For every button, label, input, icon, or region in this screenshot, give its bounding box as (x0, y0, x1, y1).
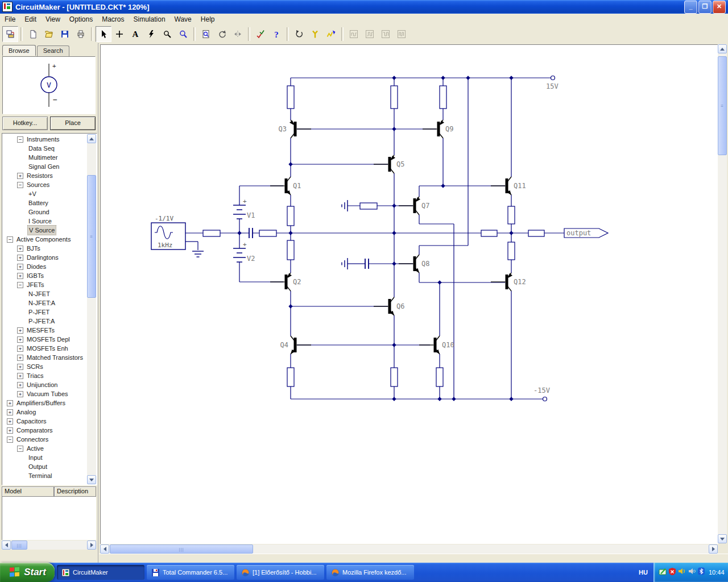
probe-tool-button[interactable] (159, 26, 175, 42)
transistor-label[interactable]: Q5 (396, 160, 404, 168)
transistor-label[interactable]: Q2 (293, 278, 301, 286)
menu-file[interactable]: File (0, 14, 20, 24)
expand-icon[interactable]: + (17, 173, 23, 179)
tree-item-vacuum-tubes[interactable]: +Vacuum Tubes (3, 389, 87, 398)
expand-icon[interactable]: + (7, 409, 13, 415)
expand-icon[interactable]: + (17, 373, 23, 379)
tree-item-analog[interactable]: +Analog (3, 408, 87, 417)
tablet-pen-icon[interactable] (659, 567, 667, 577)
model-scrollbar[interactable]: ||| (2, 541, 96, 550)
transistor-Q3[interactable]: Q3 (279, 120, 311, 138)
menu-view[interactable]: View (41, 14, 65, 24)
options-wrench-button[interactable] (307, 26, 323, 42)
component-browser-button[interactable] (2, 26, 18, 42)
tree-item-connectors[interactable]: −Connectors (3, 435, 87, 444)
transistor-Q7[interactable]: Q7 (399, 197, 429, 215)
transistor-label[interactable]: Q12 (514, 278, 526, 286)
tree-scroll-thumb[interactable]: ≡ (87, 175, 96, 298)
resistor[interactable] (287, 240, 294, 260)
delete-tool-button[interactable] (143, 26, 159, 42)
minimize-button[interactable]: _ (684, 1, 697, 14)
tree-item-capacitors[interactable]: +Capacitors (3, 417, 87, 426)
audio-device-icon[interactable] (688, 567, 696, 577)
model-scroll-left[interactable] (2, 541, 11, 550)
tree-item-scrs[interactable]: +SCRs (3, 362, 87, 371)
transistor-label[interactable]: Q3 (279, 125, 287, 133)
tree-item-mosfets-enh[interactable]: +MOSFETs Enh (3, 344, 87, 353)
tree-item-triacs[interactable]: +Triacs (3, 371, 87, 380)
tree-item-unijunction[interactable]: +Unijunction (3, 380, 87, 389)
tree-item-signal-gen[interactable]: Signal Gen (3, 162, 87, 171)
canvas-vscroll-thumb[interactable]: ≡ (718, 56, 727, 155)
tree-scroll-down[interactable] (87, 475, 96, 484)
tree-item-bjts[interactable]: +BJTs (3, 244, 87, 253)
expand-icon[interactable]: + (17, 327, 23, 334)
tree-item-i-source[interactable]: I Source (3, 217, 87, 226)
menu-options[interactable]: Options (65, 14, 97, 24)
tree-scroll-up[interactable] (87, 134, 96, 143)
tree-item-active-components[interactable]: −Active Components (3, 235, 87, 244)
tab-search[interactable]: Search (37, 45, 69, 56)
collapse-icon[interactable]: − (17, 446, 23, 452)
collapse-icon[interactable]: − (7, 236, 13, 243)
terminal-pin[interactable] (543, 397, 547, 401)
expand-icon[interactable]: + (17, 246, 23, 252)
model-scroll-thumb[interactable]: ||| (11, 541, 27, 550)
tree-item-resistors[interactable]: +Resistors (3, 171, 87, 180)
tree-item-input[interactable]: Input (3, 453, 87, 462)
zoom-page-button[interactable] (198, 26, 214, 42)
tab-browse[interactable]: Browse (2, 45, 36, 56)
expand-icon[interactable]: + (17, 273, 23, 279)
transistor-Q5[interactable]: Q5 (374, 155, 404, 173)
tree-item-mosfets-depl[interactable]: +MOSFETs Depl (3, 335, 87, 344)
transistor-label[interactable]: Q4 (280, 341, 288, 349)
canvas-vscrollbar[interactable]: ≡ (718, 44, 727, 543)
model-scroll-right[interactable] (87, 541, 96, 550)
tree-item-mesfets[interactable]: +MESFETs (3, 326, 87, 335)
resistor[interactable] (436, 368, 443, 386)
taskbar-button-total-commander-6-5-[interactable]: Total Commander 6.5... (147, 565, 234, 580)
expand-icon[interactable]: + (7, 427, 13, 434)
transistor-Q10[interactable]: Q10 (419, 336, 454, 354)
transistor-Q11[interactable]: Q11 (491, 177, 526, 195)
transistor-label[interactable]: Q10 (442, 341, 454, 349)
tree-item-sources[interactable]: −Sources (3, 180, 87, 189)
close-button[interactable]: ✕ (713, 1, 726, 14)
net-label[interactable]: -15V (533, 386, 550, 394)
transistor-Q2[interactable]: Q2 (270, 273, 301, 291)
resistor[interactable] (287, 86, 294, 109)
resistor[interactable] (259, 230, 276, 236)
taskbar-button-circuitmaker[interactable]: CircuitMaker (57, 565, 144, 580)
tree-item-amplifiers-buffers[interactable]: +Amplifiers/Buffers (3, 398, 87, 408)
transistor-Q6[interactable]: Q6 (374, 297, 404, 315)
transistor-label[interactable]: Q11 (514, 182, 526, 190)
transistor-label[interactable]: Q8 (421, 260, 429, 268)
resistor[interactable] (287, 368, 294, 386)
help-button[interactable]: ? (268, 26, 284, 42)
cursor-tool-button[interactable] (96, 26, 111, 42)
tree-item-battery[interactable]: Battery (3, 198, 87, 207)
text-tool-button[interactable]: A (127, 26, 143, 42)
resistor[interactable] (508, 242, 515, 260)
expand-icon[interactable]: + (7, 418, 13, 425)
tree-item-diodes[interactable]: +Diodes (3, 262, 87, 271)
transistor-Q1[interactable]: Q1 (270, 177, 301, 195)
restore-button[interactable]: ❐ (698, 1, 712, 14)
expand-icon[interactable]: + (17, 382, 23, 388)
volume-icon[interactable] (678, 567, 686, 577)
tree-item-comparators[interactable]: +Comparators (3, 426, 87, 435)
menu-wave[interactable]: Wave (170, 14, 196, 24)
model-column-header[interactable]: Model (2, 487, 54, 497)
transistor-Q8[interactable]: Q8 (399, 255, 429, 273)
tree-item-p-jfet[interactable]: P-JFET (3, 307, 87, 317)
bluetooth-icon[interactable] (697, 567, 705, 577)
rotate-button[interactable] (214, 26, 230, 42)
start-button[interactable]: Start (0, 563, 55, 582)
expand-icon[interactable]: + (17, 355, 23, 361)
expand-icon[interactable]: + (17, 264, 23, 270)
resistor[interactable] (360, 203, 377, 209)
mirror-button[interactable] (230, 26, 246, 42)
tree-item-data-seq[interactable]: Data Seq (3, 144, 87, 153)
expand-icon[interactable]: + (17, 391, 23, 397)
resistor[interactable] (391, 368, 398, 386)
